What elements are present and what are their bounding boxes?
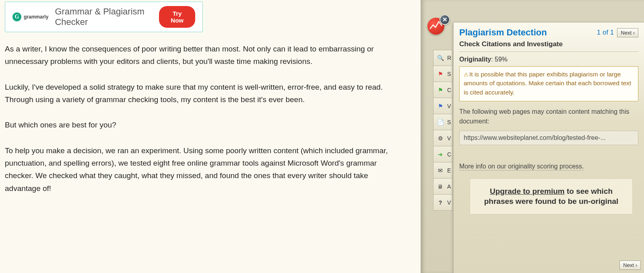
upgrade-link[interactable]: Upgrade to premium [490, 187, 565, 195]
result-counter: 1 of 1 [597, 29, 614, 37]
magnifier-icon: 🔍 [437, 54, 444, 62]
warning-text: It is possible that this paper exhibits … [464, 71, 631, 96]
upgrade-callout: Upgrade to premium to see which phrases … [470, 179, 633, 214]
originality-value: : 59% [491, 56, 508, 63]
mail-icon: ✉ [437, 167, 444, 174]
arrow-icon: ➔ [437, 151, 444, 158]
tool-item[interactable]: ✉E [433, 162, 452, 179]
tool-rail: 🔍R ⚑S ⚑C ⚑V 📄S ⚙V ➔C ✉E 🖥A ?V [433, 50, 452, 211]
warning-box: ⚠It is possible that this paper exhibits… [459, 66, 638, 101]
divider [459, 51, 638, 52]
monitor-icon: 🖥 [437, 183, 444, 190]
next-button-bottom[interactable]: Next › [619, 261, 641, 270]
tool-item[interactable]: ?V [433, 195, 452, 211]
flag-icon: ⚑ [437, 86, 444, 94]
match-url[interactable]: https://www.websiteplanet.com/blog/teste… [459, 131, 638, 145]
grammarly-logo: G grammarly [12, 12, 48, 21]
popup-title: Plagiarism Detection [459, 27, 547, 38]
originality-line: Originality: 59% [459, 56, 638, 63]
tool-item[interactable]: ⚑S [433, 66, 452, 82]
article-paragraph: Luckily, I've developed a solid strategy… [5, 81, 395, 106]
ad-title: Grammar & Plagiarism Checker [55, 6, 153, 27]
gear-icon: ⚙ [437, 135, 444, 142]
flag-icon: ⚑ [437, 70, 444, 78]
results-panel: ✕ 🔍R ⚑S ⚑C ⚑V 📄S ⚙V ➔C ✉E 🖥A ?V Plagiari… [421, 0, 644, 273]
article-column: G grammarly Grammar & Plagiarism Checker… [0, 0, 421, 273]
tool-item[interactable]: ➔C [433, 146, 452, 162]
originality-label: Originality [459, 56, 491, 63]
more-info-link[interactable]: More info on our originality scoring pro… [459, 163, 584, 170]
article-paragraph: As a writer, I know the consequences of … [5, 43, 395, 68]
tool-item[interactable]: 🖥A [433, 179, 452, 195]
tool-item[interactable]: ⚙V [433, 130, 452, 146]
matches-description: The following web pages may contain cont… [459, 107, 638, 125]
try-now-button[interactable]: Try Now [159, 6, 195, 28]
tool-item[interactable]: 📄S [433, 114, 452, 130]
next-button[interactable]: Next › [617, 28, 638, 37]
analysis-badge: ✕ [427, 18, 447, 37]
plagiarism-popup: Plagiarism Detection 1 of 1 Next › Check… [453, 22, 644, 273]
tool-item[interactable]: ⚑V [433, 98, 452, 114]
help-icon: ? [437, 199, 444, 206]
grammarly-logo-text: grammarly [24, 14, 48, 20]
popup-header: Plagiarism Detection 1 of 1 Next › [459, 27, 638, 38]
popup-subtitle: Check Citations and Investigate [459, 40, 638, 48]
close-icon[interactable]: ✕ [440, 14, 450, 25]
page-icon: 📄 [437, 119, 444, 126]
article-paragraph: But which ones are best for you? [5, 119, 395, 131]
tool-item[interactable]: ⚑C [433, 82, 452, 98]
article-paragraph: To help you make a decision, we ran an e… [5, 144, 395, 195]
grammarly-logo-icon: G [12, 12, 21, 21]
flag-icon: ⚑ [437, 103, 444, 110]
grammarly-ad[interactable]: G grammarly Grammar & Plagiarism Checker… [5, 2, 203, 32]
warning-icon: ⚠ [464, 72, 469, 78]
tool-item[interactable]: 🔍R [433, 50, 452, 66]
